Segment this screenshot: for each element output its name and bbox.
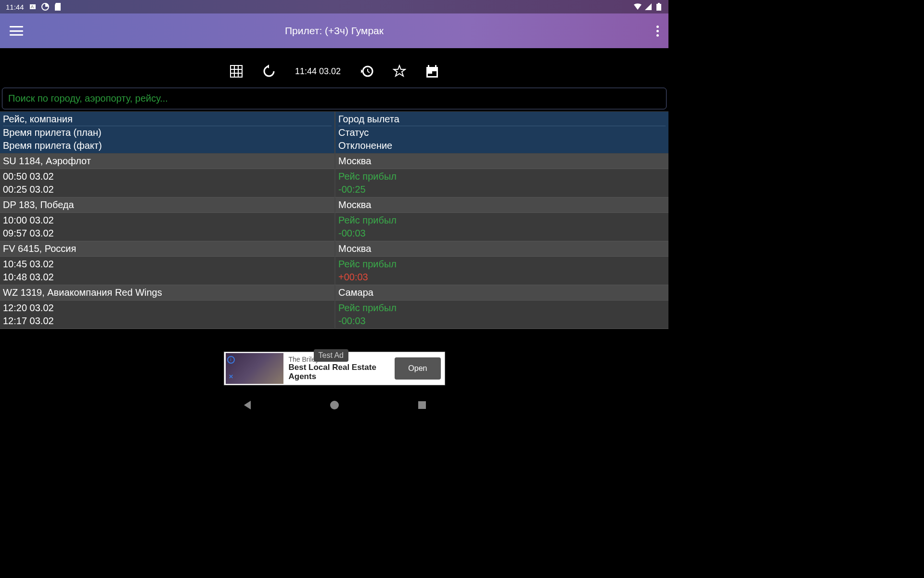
flights-table: Рейс, компания Время прилета (план) Врем…	[0, 111, 668, 329]
header-flight-company: Рейс, компания	[3, 113, 332, 126]
cell-city: Москва	[334, 241, 668, 257]
cell-status: Рейс прибыл	[338, 302, 666, 315]
cell-flight: WZ 1319, Авиакомпания Red Wings	[0, 285, 334, 301]
cell-fact-time: 00:25 03.02	[3, 183, 332, 196]
history-button[interactable]	[360, 65, 373, 78]
toolbar: 11:44 03.02	[0, 57, 668, 86]
cell-deviation: -00:03	[338, 315, 666, 328]
circle-icon	[41, 3, 49, 11]
cell-flight: FV 6415, Россия	[0, 241, 334, 257]
cell-plan-time: 00:50 03.02	[3, 170, 332, 183]
cell-city: Москва	[334, 197, 668, 213]
ad-cta-button[interactable]: Open	[395, 357, 440, 380]
favorite-button[interactable]	[393, 65, 406, 78]
overflow-menu-button[interactable]	[656, 26, 659, 37]
signal-icon	[644, 3, 652, 11]
header-deviation: Отклонение	[338, 139, 666, 152]
svg-rect-20	[418, 401, 426, 409]
ad-image: i ✕	[226, 353, 283, 384]
app-bar: Прилет: (+3ч) Гумрак	[0, 13, 668, 48]
cell-plan-time: 12:20 03.02	[3, 302, 332, 315]
svg-rect-18	[428, 71, 432, 74]
cell-flight: SU 1184, Аэрофлот	[0, 154, 334, 169]
header-curve	[0, 48, 668, 57]
refresh-button[interactable]	[262, 65, 276, 78]
sd-card-icon	[54, 3, 62, 11]
cell-status: Рейс прибыл	[338, 214, 666, 227]
cell-status: Рейс прибыл	[338, 170, 666, 183]
wifi-icon	[634, 3, 642, 11]
cell-deviation: +00:03	[338, 271, 666, 284]
header-departure-city: Город вылета	[338, 113, 666, 126]
cell-plan-time: 10:45 03.02	[3, 258, 332, 271]
ad-info-icon[interactable]: i	[227, 356, 235, 364]
battery-icon	[655, 3, 663, 11]
search-input[interactable]	[2, 88, 667, 109]
ad-title: Best Local Real Estate Agents	[289, 363, 387, 381]
svg-line-12	[368, 71, 370, 73]
table-row[interactable]: FV 6415, РоссияМосква	[0, 241, 668, 257]
ad-banner[interactable]: i ✕ The Briley Best Local Real Estate Ag…	[224, 352, 445, 385]
table-row[interactable]: DP 183, ПобедаМосква	[0, 197, 668, 213]
ad-badge: Test Ad	[314, 349, 348, 362]
cell-deviation: -00:03	[338, 227, 666, 240]
ad-close-icon[interactable]: ✕	[227, 373, 235, 381]
header-arrival-fact: Время прилета (факт)	[3, 139, 332, 152]
cell-city: Самара	[334, 285, 668, 301]
cell-fact-time: 09:57 03.02	[3, 227, 332, 240]
svg-rect-15	[428, 65, 429, 68]
svg-text:A: A	[31, 4, 34, 9]
cell-fact-time: 10:48 03.02	[3, 271, 332, 284]
navigation-bar	[0, 392, 668, 418]
header-status: Статус	[338, 126, 666, 139]
recents-button[interactable]	[417, 400, 427, 410]
table-row[interactable]: 00:50 03.0200:25 03.02Рейс прибыл-00:25	[0, 169, 668, 197]
status-time: 11:44	[6, 3, 24, 11]
cell-flight: DP 183, Победа	[0, 197, 334, 213]
cell-fact-time: 12:17 03.02	[3, 315, 332, 328]
svg-rect-4	[658, 3, 660, 4]
cell-city: Москва	[334, 154, 668, 169]
svg-rect-16	[435, 65, 436, 68]
cell-plan-time: 10:00 03.02	[3, 214, 332, 227]
table-row[interactable]: 12:20 03.0212:17 03.02Рейс прибыл-00:03	[0, 301, 668, 329]
table-row[interactable]: WZ 1319, Авиакомпания Red WingsСамара	[0, 285, 668, 301]
header-arrival-plan: Время прилета (план)	[3, 126, 332, 139]
toolbar-datetime: 11:44 03.02	[295, 66, 341, 77]
back-button[interactable]	[242, 400, 252, 410]
table-row[interactable]: 10:45 03.0210:48 03.02Рейс прибыл+00:03	[0, 257, 668, 285]
keyboard-icon: A	[29, 3, 37, 11]
svg-rect-3	[656, 4, 661, 11]
calendar-button[interactable]	[425, 65, 439, 78]
page-title: Прилет: (+3ч) Гумрак	[285, 25, 384, 37]
cell-status: Рейс прибыл	[338, 258, 666, 271]
home-button[interactable]	[329, 400, 340, 410]
cell-deviation: -00:25	[338, 183, 666, 196]
table-row[interactable]: SU 1184, АэрофлотМосква	[0, 154, 668, 169]
menu-button[interactable]	[10, 26, 23, 36]
status-bar: 11:44 A	[0, 0, 668, 13]
svg-rect-5	[231, 66, 242, 77]
grid-button[interactable]	[230, 65, 243, 78]
table-row[interactable]: 10:00 03.0209:57 03.02Рейс прибыл-00:03	[0, 213, 668, 241]
svg-point-19	[330, 401, 339, 409]
table-header-row: Рейс, компания Время прилета (план) Врем…	[0, 112, 668, 154]
